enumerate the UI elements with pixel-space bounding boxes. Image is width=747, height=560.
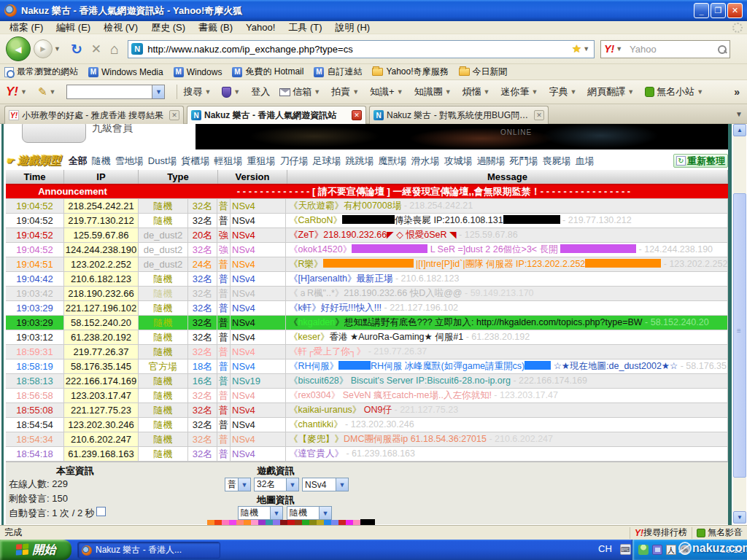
server-row[interactable]: 19:04:52218.254.242.21隨機32名普NSv4《天欣遊霸》有村… — [6, 199, 728, 214]
bookmark-star-icon[interactable]: ★ — [572, 42, 581, 55]
bookmark-item[interactable]: MWindows Media — [88, 67, 163, 77]
server-row[interactable]: 19:04:51123.202.2.252de_dust224名普NSv4《R樂… — [6, 257, 728, 272]
menu-item[interactable]: 編輯 (E) — [50, 21, 97, 34]
menu-item[interactable]: 說明 (H) — [329, 21, 377, 34]
forward-button[interactable]: ► — [34, 39, 53, 58]
category-link[interactable]: 貨櫃場 — [182, 155, 210, 168]
category-link[interactable]: 重狙場 — [247, 155, 276, 168]
palette-color-black[interactable] — [360, 519, 375, 525]
search-placeholder[interactable]: Yahoo — [630, 44, 717, 55]
home-button[interactable]: ⌂ — [110, 41, 119, 58]
vertical-scrollbar[interactable]: ▲ ▼ — [733, 124, 746, 524]
category-link[interactable]: 滑水場 — [411, 155, 440, 168]
palette-color[interactable] — [302, 520, 309, 525]
tab-close-button[interactable]: ✕ — [534, 110, 544, 120]
category-link[interactable]: 死鬥場 — [510, 155, 538, 168]
messenger-tray-icon[interactable] — [638, 545, 649, 555]
refresh-button[interactable]: ↻ — [71, 41, 82, 58]
category-link[interactable]: 輕狙場 — [214, 155, 243, 168]
category-link[interactable]: 雪地場 — [115, 155, 144, 168]
browser-tab[interactable]: NNakuz 樂古 - 香港人氣網遊資訊站✕ — [187, 106, 366, 124]
tab-list-dropdown[interactable]: ▼ — [735, 110, 743, 118]
palette-color[interactable] — [295, 520, 302, 525]
yahoo-toolbar-item[interactable]: 信箱▼ — [279, 85, 322, 98]
map1-select[interactable]: 隨機▼ — [238, 506, 283, 520]
version-select[interactable]: NSv4▼ — [302, 478, 349, 491]
yahoo-toolbar-item[interactable]: 迷你筆▼ — [500, 85, 539, 98]
palette-color[interactable] — [338, 520, 346, 525]
yahoo-toolbar-item[interactable]: 字典▼ — [549, 85, 578, 98]
server-row[interactable]: 18:58:13222.166.174.169隨機16名普NSv19《biscu… — [6, 374, 728, 389]
server-row[interactable]: 18:58:1958.176.35.145官方場18名普NSv4《RH伺服》RH… — [6, 359, 728, 374]
server-row[interactable]: 19:04:52219.77.130.212隨機32名普NSv4《CaRboN》… — [6, 214, 728, 228]
scroll-down-button[interactable]: ▼ — [733, 511, 746, 524]
language-indicator[interactable]: CH — [598, 543, 612, 554]
bookmark-item[interactable]: MWindows — [174, 67, 222, 77]
stop-button[interactable]: ✕ — [91, 42, 101, 57]
palette-color[interactable] — [353, 520, 360, 525]
wretch-panel[interactable]: 無名影音 — [692, 527, 747, 539]
bookmark-item[interactable]: M自訂連結 — [314, 66, 362, 78]
palette-color[interactable] — [273, 520, 280, 525]
star-dropdown[interactable]: ▼ — [583, 45, 589, 52]
yahoo-toolbar-item[interactable]: 無名小站▼ — [645, 85, 705, 98]
capacity-select[interactable]: 32名▼ — [254, 478, 299, 491]
menu-item[interactable]: 書籤 (B) — [192, 21, 239, 34]
palette-color[interactable] — [214, 520, 222, 525]
pencil-icon[interactable]: ✎▼ — [38, 85, 58, 98]
menu-item[interactable]: 歷史 (S) — [144, 21, 192, 34]
color-palette[interactable] — [207, 520, 375, 525]
category-link[interactable]: 全部 — [69, 155, 88, 168]
server-row[interactable]: 18:54:54123.202.30.246隨機32名普NSv4《chantik… — [6, 418, 728, 432]
category-link[interactable]: 隨機 — [92, 155, 111, 168]
mode-select[interactable]: 普▼ — [225, 478, 251, 491]
member-button[interactable] — [22, 124, 86, 143]
palette-color[interactable] — [287, 520, 295, 525]
server-row[interactable]: 18:54:34210.6.202.247隨機32名普NSv4《【麥兜】》DMC… — [6, 432, 728, 447]
palette-color[interactable] — [229, 520, 236, 525]
menu-item[interactable]: Yahoo! — [239, 22, 282, 33]
toolbar-overflow-chevron[interactable]: » — [734, 86, 740, 98]
tab-close-button[interactable]: ✕ — [169, 110, 179, 120]
network-tray-icon[interactable] — [652, 545, 662, 555]
yahoo-toolbar-item[interactable]: ▼ — [222, 87, 241, 98]
category-link[interactable]: 跳跳場 — [346, 155, 374, 168]
refresh-list-button[interactable]: ↻ 重新整理 — [673, 154, 728, 168]
taskbar-task-button[interactable]: Nakuz 樂古 - 香港人... — [77, 542, 220, 559]
search-icon[interactable] — [717, 44, 727, 54]
forward-dropdown[interactable]: ▼ — [54, 45, 61, 52]
server-row[interactable]: 19:03:2958.152.240.20隨機32名普NSv4《hkgalden… — [6, 316, 728, 330]
palette-color[interactable] — [346, 520, 353, 525]
yahoo-search-box[interactable]: Y! ▼ Yahoo — [600, 40, 730, 58]
palette-color[interactable] — [317, 520, 324, 525]
back-button[interactable]: ◄ — [6, 36, 31, 61]
server-row[interactable]: 18:56:58123.203.17.47隨機32名普NSv4《rex0304》… — [6, 389, 728, 403]
map2-select[interactable]: 隨機▼ — [287, 506, 332, 520]
minimize-button[interactable]: _ — [694, 3, 709, 18]
server-row[interactable]: 18:55:08221.127.75.23隨機32名普NSv4《kaikai-u… — [6, 403, 728, 418]
yahoo-toolbar-item[interactable]: 搜尋▼ — [183, 85, 212, 98]
palette-color[interactable] — [266, 520, 273, 525]
cs-tray-icon[interactable]: 人 — [666, 545, 676, 555]
search-history-dropdown[interactable]: ▼ — [152, 85, 164, 98]
bookmark-item[interactable]: Yahoo!奇摩服務 — [372, 66, 448, 78]
yahoo-toolbar-item[interactable]: 知識團▼ — [414, 85, 453, 98]
tab-close-button[interactable]: ✕ — [352, 110, 362, 120]
menu-item[interactable]: 工具 (T) — [282, 21, 328, 34]
category-link[interactable]: Dust場 — [148, 155, 177, 168]
category-link[interactable]: 喪屍場 — [543, 155, 571, 168]
palette-color[interactable] — [309, 520, 317, 525]
palette-color[interactable] — [222, 520, 229, 525]
server-row[interactable]: 19:04:42210.6.182.123隨機32名普NSv4《[H]arsen… — [6, 272, 728, 287]
yahoo-rank-panel[interactable]: Y!搜尋排行榜 — [630, 527, 692, 539]
yahoo-toolbar-item[interactable]: 登入 — [251, 85, 270, 98]
url-text[interactable]: http://www.nakuz.com/ip_exchange.php?typ… — [147, 44, 572, 55]
palette-color[interactable] — [207, 520, 214, 525]
category-link[interactable]: 過關場 — [477, 155, 506, 168]
menu-item[interactable]: 檢視 (V) — [97, 21, 144, 34]
server-row[interactable]: 19:03:1261.238.20.192隨機32名普NSv4《keser》香港… — [6, 330, 728, 345]
bookmark-item[interactable]: 今日新聞 — [459, 66, 508, 78]
category-link[interactable]: 攻城場 — [444, 155, 473, 168]
server-row[interactable]: 18:54:1861.239.168.163隨機32名普NSv4《達官貴人》 -… — [6, 447, 728, 462]
bookmark-item[interactable]: 最常瀏覽的網站 — [4, 66, 78, 78]
